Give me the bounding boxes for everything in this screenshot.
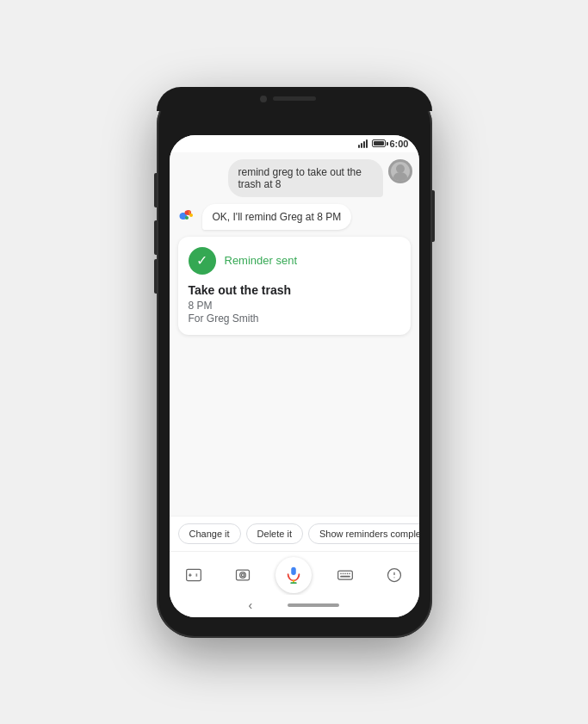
user-message-row: remind greg to take out the trash at 8	[176, 159, 412, 197]
change-it-chip[interactable]: Change it	[178, 523, 241, 544]
delete-it-chip[interactable]: Delete it	[246, 523, 303, 544]
battery-icon	[372, 139, 386, 147]
more-button[interactable]	[379, 560, 410, 591]
reminder-for: For Greg Smith	[189, 312, 400, 325]
svg-point-3	[179, 213, 185, 219]
keyboard-button[interactable]	[330, 560, 361, 591]
reminder-sent-label: Reminder sent	[225, 254, 298, 267]
checkmark-icon: ✓	[196, 254, 207, 268]
reminder-time: 8 PM	[189, 300, 400, 312]
suggestions-area: Change it Delete it Show reminders compl…	[170, 516, 419, 551]
user-avatar	[388, 159, 412, 183]
check-circle: ✓	[189, 247, 216, 275]
reminder-card: ✓ Reminder sent Take out the trash 8 PM …	[178, 237, 411, 335]
svg-point-5	[185, 216, 189, 220]
home-pill[interactable]	[288, 603, 339, 607]
chat-spacer	[176, 342, 412, 509]
phone-screen: 6:00 remind greg to take out the trash a…	[170, 135, 419, 617]
reminder-header: ✓ Reminder sent	[189, 247, 400, 275]
assistant-bubble: OK, I'll remind Greg at 8 PM	[202, 204, 352, 230]
svg-point-14	[241, 573, 244, 576]
show-reminders-chip[interactable]: Show reminders completed b	[308, 523, 419, 544]
reminder-title: Take out the trash	[189, 283, 400, 297]
user-bubble: remind greg to take out the trash at 8	[228, 159, 383, 197]
svg-rect-19	[338, 571, 353, 579]
svg-point-4	[184, 210, 189, 214]
assistant-response-text: OK, I'll remind Greg at 8 PM	[213, 211, 342, 223]
phone-frame: 6:00 remind greg to take out the trash a…	[157, 87, 432, 638]
status-time: 6:00	[389, 139, 408, 149]
google-assistant-icon	[176, 204, 197, 225]
signal-icon	[358, 139, 368, 148]
mic-button[interactable]	[275, 557, 312, 593]
lens-button[interactable]	[227, 560, 258, 591]
assistant-row: OK, I'll remind Greg at 8 PM	[176, 204, 412, 230]
back-button[interactable]: ‹	[248, 598, 252, 612]
svg-point-13	[239, 572, 245, 578]
speaker-grille	[273, 96, 316, 101]
emoji-button[interactable]	[178, 560, 209, 591]
status-bar: 6:00	[170, 135, 419, 152]
svg-point-6	[189, 213, 193, 217]
svg-rect-12	[236, 570, 249, 580]
phone-top-bar	[157, 87, 432, 111]
camera-dot	[260, 96, 267, 102]
nav-bar: ‹	[170, 595, 419, 617]
bottom-toolbar	[170, 551, 419, 595]
chat-area: remind greg to take out the trash at 8	[170, 152, 419, 516]
user-message-text: remind greg to take out the trash at 8	[238, 166, 362, 190]
